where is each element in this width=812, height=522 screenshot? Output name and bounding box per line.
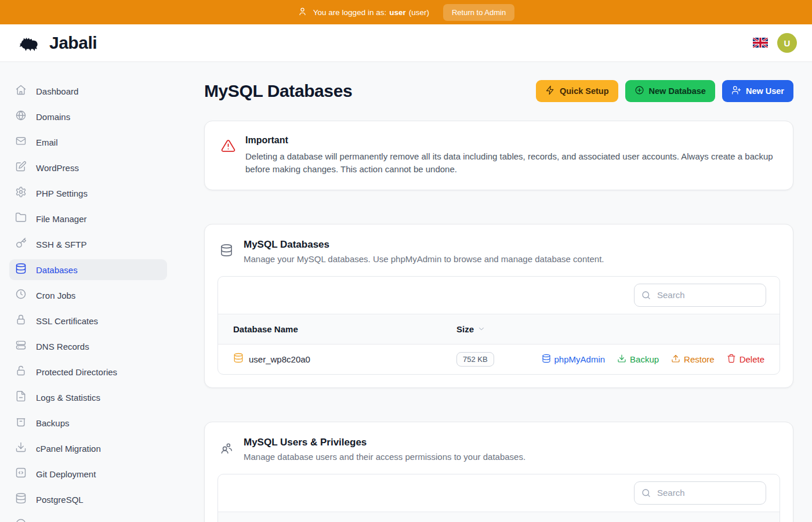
database-name: user_wp8c20a0	[249, 354, 310, 364]
database-icon	[15, 492, 27, 506]
search-icon	[641, 488, 651, 498]
column-size-sort[interactable]: Size	[456, 324, 485, 334]
sidebar-item-postgresql[interactable]: PostgreSQL	[9, 489, 167, 510]
main-content: MySQL Databases Quick Setup New Database…	[176, 62, 812, 522]
archive-icon	[15, 416, 27, 430]
users-card-description: Manage database users and their access p…	[244, 452, 525, 462]
database-row: user_wp8c20a0 752 KB phpMyAdmin Backup	[218, 345, 780, 374]
page-title: MySQL Databases	[204, 81, 352, 101]
delete-link[interactable]: Delete	[727, 354, 764, 365]
warning-text: Deleting a database will permanently rem…	[245, 150, 777, 176]
logged-in-prefix: You are logged in as:	[313, 8, 386, 17]
sidebar-item-cpanel-migration[interactable]: cPanel Migration	[9, 438, 167, 459]
circle-icon	[15, 518, 27, 522]
search-icon	[641, 290, 651, 300]
folder-icon	[15, 212, 27, 226]
key-icon	[15, 237, 27, 251]
return-to-admin-button[interactable]: Return to Admin	[443, 4, 514, 21]
user-avatar[interactable]: U	[777, 33, 797, 53]
user-icon	[298, 6, 307, 18]
phpmyadmin-link[interactable]: phpMyAdmin	[542, 354, 606, 365]
database-icon	[233, 353, 244, 365]
edit-icon	[15, 161, 27, 175]
admin-session-bar: You are logged in as: user (user) Return…	[0, 0, 812, 24]
mysql-users-card: MySQL Users & Privileges Manage database…	[204, 422, 793, 522]
sidebar-item-logs-statistics[interactable]: Logs & Statistics	[9, 387, 167, 408]
sidebar-item-file-manager[interactable]: File Manager	[9, 208, 167, 229]
sidebar-item-partial[interactable]	[9, 514, 167, 522]
database-icon	[542, 354, 551, 365]
sidebar-item-cron-jobs[interactable]: Cron Jobs	[9, 285, 167, 306]
databases-card-title: MySQL Databases	[244, 239, 604, 251]
download-icon	[617, 354, 626, 365]
lock-icon	[15, 314, 27, 328]
sidebar-item-php-settings[interactable]: PHP Settings	[9, 183, 167, 204]
databases-search-input[interactable]	[634, 284, 766, 307]
sidebar-item-git-deployment[interactable]: Git Deployment	[9, 463, 167, 484]
sidebar-item-dns-records[interactable]: DNS Records	[9, 336, 167, 357]
home-icon	[15, 84, 27, 98]
new-user-button[interactable]: New User	[722, 80, 793, 102]
download-icon	[15, 441, 27, 455]
sidebar-item-ssl-certificates[interactable]: SSL Certificates	[9, 310, 167, 331]
backup-link[interactable]: Backup	[617, 354, 659, 365]
users-icon	[220, 441, 233, 457]
database-icon	[15, 263, 27, 277]
chevron-down-icon	[477, 325, 485, 333]
brand-logo[interactable]: Jabali	[17, 32, 97, 53]
new-database-button[interactable]: New Database	[625, 80, 715, 102]
logged-in-username: user	[389, 8, 406, 17]
size-badge: 752 KB	[456, 352, 494, 367]
boar-icon	[17, 32, 44, 53]
column-database-name: Database Name	[233, 324, 456, 334]
clock-icon	[15, 288, 27, 302]
plus-circle-icon	[635, 85, 644, 97]
databases-card-description: Manage your MySQL databases. Use phpMyAd…	[244, 254, 604, 264]
sidebar-item-databases[interactable]: Databases	[9, 259, 167, 280]
sidebar-item-wordpress[interactable]: WordPress	[9, 157, 167, 178]
users-table: User Database Privileges	[217, 474, 780, 522]
user-plus-icon	[731, 85, 741, 97]
sidebar-item-backups[interactable]: Backups	[9, 412, 167, 433]
sidebar-item-protected-directories[interactable]: Protected Directories	[9, 361, 167, 382]
server-icon	[15, 339, 27, 353]
logged-in-message: You are logged in as: user (user)	[313, 8, 429, 17]
sidebar-item-dashboard[interactable]: Dashboard	[9, 81, 167, 102]
restore-link[interactable]: Restore	[671, 354, 715, 365]
important-notice-card: Important Deleting a database will perma…	[204, 121, 793, 190]
app-header: Jabali U	[0, 24, 812, 62]
database-icon	[220, 244, 233, 259]
warning-title: Important	[245, 135, 777, 146]
users-search-input[interactable]	[634, 481, 766, 505]
upload-icon	[671, 354, 680, 365]
zap-icon	[545, 85, 555, 97]
mail-icon	[15, 135, 27, 149]
quick-setup-button[interactable]: Quick Setup	[536, 80, 618, 102]
gear-icon	[15, 186, 27, 200]
trash-icon	[727, 354, 736, 365]
sidebar-item-email[interactable]: Email	[9, 132, 167, 153]
sidebar-item-ssh-sftp[interactable]: SSH & SFTP	[9, 234, 167, 255]
databases-table: Database Name Size user_wp8c20a0 752 KB	[217, 276, 780, 375]
sidebar-item-domains[interactable]: Domains	[9, 106, 167, 127]
mysql-databases-card: MySQL Databases Manage your MySQL databa…	[204, 224, 793, 388]
users-card-title: MySQL Users & Privileges	[244, 437, 525, 448]
warning-triangle-icon	[221, 135, 235, 176]
logged-in-role: (user)	[409, 8, 429, 17]
globe-icon	[15, 110, 27, 124]
unlock-icon	[15, 365, 27, 379]
brand-name: Jabali	[49, 33, 97, 53]
sidebar: Dashboard Domains Email WordPress PHP Se…	[0, 62, 176, 522]
file-text-icon	[15, 390, 27, 404]
uk-flag-icon[interactable]	[753, 38, 768, 48]
code-icon	[15, 467, 27, 481]
